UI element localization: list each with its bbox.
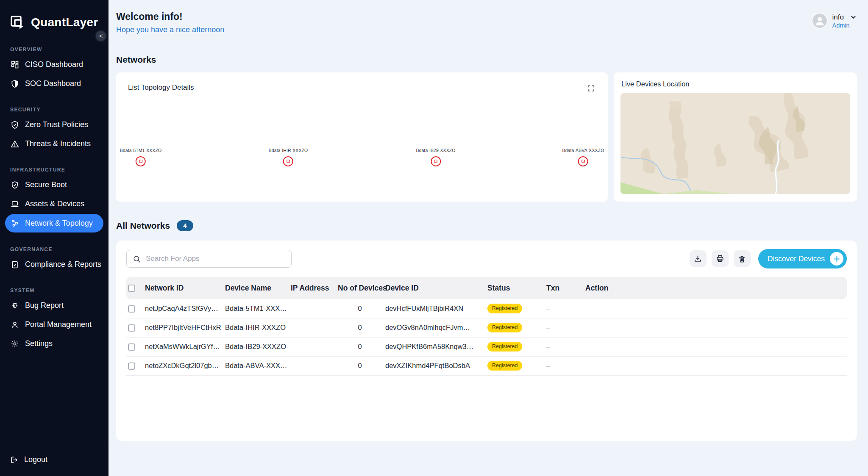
map-card-title: Live Devices Location: [621, 80, 850, 88]
main-content: Welcome info! Hope you have a nice after…: [108, 0, 868, 476]
networks-section-title: Networks: [116, 55, 857, 65]
section-label-infrastructure: INFRASTRUCTURE: [10, 167, 98, 173]
row-checkbox[interactable]: [128, 363, 135, 370]
cell-ip-address: [291, 299, 338, 318]
sidebar-item-secure-boot[interactable]: Secure Boot: [0, 175, 108, 194]
logout-label: Logout: [24, 455, 47, 464]
fullscreen-expand-button[interactable]: [586, 83, 596, 93]
sidebar-item-label: Settings: [25, 339, 53, 348]
sidebar-item-label: Bug Report: [25, 301, 64, 310]
all-networks-title: All Networks: [116, 221, 170, 231]
topology-device-node[interactable]: Bdata-IHIR-XXXZO: [269, 148, 308, 166]
delete-button[interactable]: [734, 250, 751, 267]
topology-device-node[interactable]: Bdata-IB29-XXXZO: [416, 148, 455, 166]
devices-map[interactable]: [620, 93, 850, 194]
select-all-checkbox[interactable]: [128, 285, 135, 292]
col-txn: Txn: [546, 277, 585, 299]
table-row: netXaMsWWkLajrGYf0Zju Bdata-IB29-XXXZO 0…: [126, 337, 847, 356]
sidebar-item-settings[interactable]: Settings: [0, 334, 108, 353]
cell-no-of-devices: 0: [338, 337, 385, 356]
device-node-label: Bdata-ABVA-XXXZO: [562, 148, 604, 153]
print-button[interactable]: [712, 250, 729, 267]
cell-ip-address: [291, 318, 338, 337]
page-subtitle: Hope you have a nice afternoon: [116, 25, 224, 34]
download-button[interactable]: [690, 250, 707, 267]
sidebar-item-label: Portal Management: [25, 320, 92, 329]
cell-device-id: devQHPKfB6mA58Knqw3…: [385, 337, 487, 356]
topology-card: List Topology Details Bdata-5TM1-XXXZO B…: [116, 72, 608, 202]
warning-triangle-icon: [10, 139, 19, 149]
device-node-label: Bdata-IHIR-XXXZO: [269, 148, 308, 153]
col-no-of-devices: No of Devices: [338, 277, 385, 299]
section-label-security: SECURITY: [10, 107, 98, 113]
row-actions-button[interactable]: [591, 309, 600, 313]
logout-icon: [10, 456, 19, 464]
bug-icon: [10, 301, 19, 310]
sidebar-item-ciso-dashboard[interactable]: CISO Dashboard: [0, 55, 108, 74]
sidebar-item-zero-trust[interactable]: Zero Trust Policies: [0, 115, 108, 134]
row-actions-button[interactable]: [591, 347, 600, 351]
status-badge: Registered: [487, 361, 522, 371]
row-actions-button[interactable]: [591, 328, 600, 332]
sidebar-collapse-button[interactable]: <: [95, 30, 107, 42]
chevron-down-icon: [850, 14, 857, 21]
plus-icon: [830, 252, 843, 266]
search-icon: [133, 255, 141, 263]
sidebar-item-label: Compliance & Reports: [25, 260, 101, 269]
cell-network-id: netXaMsWWkLajrGYf0Zju: [145, 337, 225, 356]
table-header-row: Network ID Device Name IP Address No of …: [126, 277, 847, 299]
sidebar-item-compliance-reports[interactable]: Compliance & Reports: [0, 255, 108, 274]
sidebar-item-label: Network & Topology: [25, 219, 93, 228]
discover-devices-button[interactable]: Discover Devices: [758, 249, 847, 268]
topology-nodes: Bdata-5TM1-XXXZO Bdata-IHIR-XXXZO Bdata-…: [116, 148, 608, 186]
device-node-label: Bdata-5TM1-XXXZO: [120, 148, 161, 153]
laptop-device-icon: [136, 156, 146, 166]
cell-device-id: devXZIKhmd4PFqtBoDsbA: [385, 356, 487, 375]
dashboard-grid-icon: [10, 60, 19, 69]
sidebar-item-assets-devices[interactable]: Assets & Devices: [0, 194, 108, 213]
fullscreen-corners-icon: [587, 84, 595, 92]
topology-card-title: List Topology Details: [128, 83, 194, 92]
sidebar-item-network-topology[interactable]: Network & Topology: [5, 214, 103, 232]
shield-check-icon: [10, 120, 19, 130]
sidebar-item-soc-dashboard[interactable]: SOC Dashboard: [0, 74, 108, 93]
download-icon: [694, 255, 702, 263]
row-actions-button[interactable]: [591, 366, 600, 370]
search-input[interactable]: [146, 255, 285, 263]
col-device-id: Device ID: [385, 277, 487, 299]
table-row: netJpCaqA4zTSfGVye8iu Bdata-5TM1-XXXZO 0…: [126, 299, 847, 318]
printer-icon: [716, 255, 724, 263]
section-label-governance: GOVERNANCE: [10, 246, 98, 252]
user-menu[interactable]: info Admin: [812, 11, 857, 29]
laptop-icon: [10, 199, 19, 209]
sidebar-item-label: Zero Trust Policies: [25, 120, 88, 129]
topology-device-node[interactable]: Bdata-5TM1-XXXZO: [120, 148, 161, 166]
logo: QuantLayer: [0, 0, 108, 33]
cell-network-id: netJpCaqA4zTSfGVye8iu: [145, 299, 225, 318]
row-checkbox[interactable]: [128, 343, 135, 351]
avatar: [812, 13, 828, 29]
networks-table-body: netJpCaqA4zTSfGVye8iu Bdata-5TM1-XXXZO 0…: [126, 299, 847, 375]
col-ip-address: IP Address: [291, 277, 338, 299]
laptop-device-icon: [578, 156, 588, 166]
shield-half-icon: [10, 79, 19, 89]
cell-txn: –: [546, 299, 585, 318]
topology-device-node[interactable]: Bdata-ABVA-XXXZO: [562, 148, 604, 166]
row-checkbox[interactable]: [128, 324, 135, 332]
sidebar-item-label: Secure Boot: [25, 180, 67, 189]
chevron-left-icon: <: [99, 33, 103, 39]
logout-button[interactable]: Logout: [0, 445, 108, 476]
quantlayer-logo-icon: [9, 14, 25, 30]
row-checkbox[interactable]: [128, 305, 135, 313]
cell-no-of-devices: 0: [338, 318, 385, 337]
cell-network-id: netoZXcDkGqt2l07gbRxG: [145, 356, 225, 375]
cell-txn: –: [546, 356, 585, 375]
sidebar-item-bug-report[interactable]: Bug Report: [0, 296, 108, 315]
section-label-system: SYSTEM: [10, 288, 98, 293]
device-node-label: Bdata-IB29-XXXZO: [416, 148, 455, 153]
sidebar-item-portal-management[interactable]: Portal Management: [0, 315, 108, 334]
sidebar-item-threats-incidents[interactable]: Threats & Incidents: [0, 134, 108, 153]
live-devices-card: Live Devices Location: [614, 72, 857, 202]
all-networks-card: Discover Devices Network ID Device Name …: [116, 241, 857, 441]
cell-ip-address: [291, 356, 338, 375]
